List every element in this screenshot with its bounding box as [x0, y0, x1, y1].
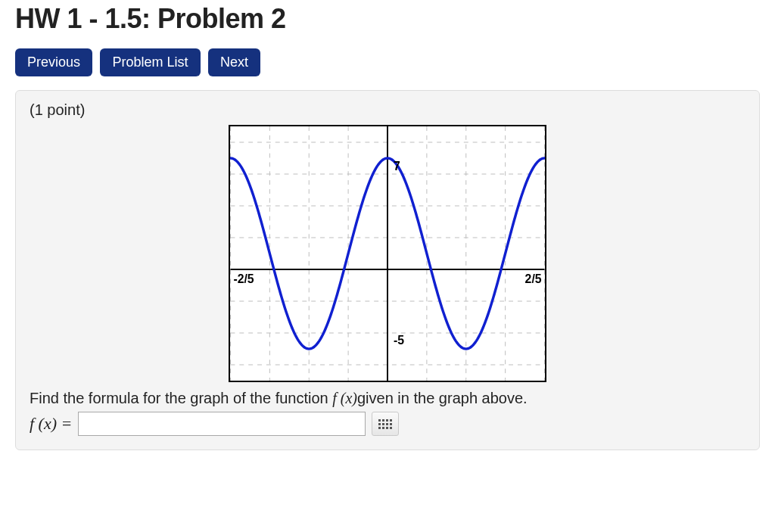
svg-text:-2/5: -2/5	[233, 272, 254, 285]
svg-text:-5: -5	[394, 334, 404, 347]
svg-text:7: 7	[394, 160, 400, 173]
answer-lhs: f (x) =	[30, 414, 72, 434]
page-title: HW 1 - 1.5: Problem 2	[15, 3, 760, 35]
keypad-button[interactable]	[372, 412, 399, 436]
keypad-icon	[378, 419, 392, 429]
prompt-fx: f (x)	[332, 390, 357, 406]
points-label: (1 point)	[30, 101, 745, 119]
graph-container: -2/52/5-57	[30, 125, 745, 385]
prompt-text: Find the formula for the graph of the fu…	[30, 390, 745, 407]
next-button[interactable]: Next	[208, 48, 260, 76]
prompt-after: given in the graph above.	[357, 390, 528, 406]
problem-panel: (1 point) -2/52/5-57 Find the formula fo…	[15, 90, 760, 450]
svg-text:2/5: 2/5	[525, 272, 542, 285]
previous-button[interactable]: Previous	[15, 48, 92, 76]
prompt-before: Find the formula for the graph of the fu…	[30, 390, 332, 406]
nav-row: Previous Problem List Next	[15, 48, 760, 76]
function-graph: -2/52/5-57	[229, 125, 546, 382]
problem-list-button[interactable]: Problem List	[100, 48, 200, 76]
answer-row: f (x) =	[30, 412, 745, 436]
answer-input[interactable]	[78, 412, 366, 436]
